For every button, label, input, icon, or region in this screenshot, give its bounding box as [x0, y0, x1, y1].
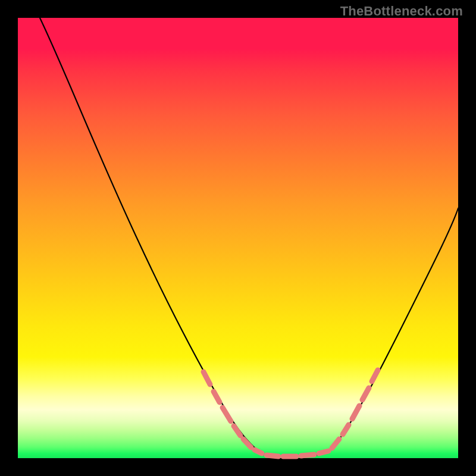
- svg-line-11: [343, 425, 349, 434]
- svg-line-5: [255, 450, 262, 453]
- svg-line-0: [203, 372, 210, 384]
- svg-line-1: [214, 392, 220, 402]
- highlight-valley-dashes: [267, 451, 328, 456]
- highlight-left-dashes: [203, 372, 262, 453]
- highlight-right-dashes: [332, 370, 378, 448]
- svg-line-9: [319, 451, 328, 453]
- chart-svg: [18, 18, 458, 458]
- svg-line-8: [301, 455, 314, 456]
- svg-line-13: [362, 388, 369, 400]
- svg-line-12: [352, 406, 359, 419]
- svg-line-3: [234, 426, 240, 436]
- svg-line-4: [243, 439, 251, 447]
- watermark-text: TheBottleneck.com: [340, 4, 463, 19]
- svg-line-10: [332, 439, 339, 448]
- svg-line-6: [267, 455, 278, 456]
- chart-frame: TheBottleneck.com: [0, 0, 476, 476]
- curve-left-branch: [40, 18, 267, 455]
- svg-line-14: [372, 370, 378, 381]
- svg-line-2: [223, 408, 231, 421]
- curve-right-branch: [330, 208, 458, 451]
